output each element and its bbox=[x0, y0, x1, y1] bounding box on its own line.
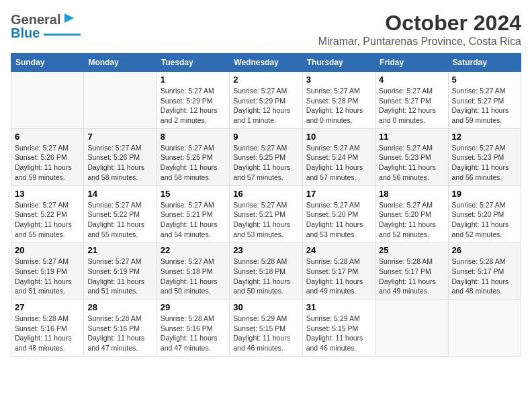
table-row: 18 Sunrise: 5:27 AMSunset: 5:20 PMDaylig… bbox=[375, 185, 448, 242]
logo: General Blue bbox=[11, 11, 81, 41]
day-info: Sunrise: 5:27 AMSunset: 5:21 PMDaylight:… bbox=[161, 201, 218, 238]
col-saturday: Saturday bbox=[448, 54, 521, 72]
table-row: 19 Sunrise: 5:27 AMSunset: 5:20 PMDaylig… bbox=[448, 185, 521, 242]
table-row: 9 Sunrise: 5:27 AMSunset: 5:25 PMDayligh… bbox=[230, 128, 302, 185]
table-row: 4 Sunrise: 5:27 AMSunset: 5:27 PMDayligh… bbox=[375, 72, 448, 129]
day-number: 30 bbox=[233, 302, 298, 312]
day-number: 25 bbox=[379, 245, 444, 255]
day-number: 23 bbox=[233, 245, 298, 255]
calendar-week-row: 20 Sunrise: 5:27 AMSunset: 5:19 PMDaylig… bbox=[11, 242, 521, 300]
day-number: 6 bbox=[15, 132, 80, 142]
day-info: Sunrise: 5:27 AMSunset: 5:26 PMDaylight:… bbox=[15, 144, 72, 181]
day-number: 11 bbox=[379, 132, 444, 142]
day-info: Sunrise: 5:27 AMSunset: 5:20 PMDaylight:… bbox=[306, 201, 363, 238]
day-number: 18 bbox=[379, 189, 444, 199]
table-row: 14 Sunrise: 5:27 AMSunset: 5:22 PMDaylig… bbox=[84, 185, 157, 242]
calendar-week-row: 1 Sunrise: 5:27 AMSunset: 5:29 PMDayligh… bbox=[11, 72, 521, 129]
table-row: 24 Sunrise: 5:28 AMSunset: 5:17 PMDaylig… bbox=[302, 242, 375, 300]
day-number: 13 bbox=[15, 189, 80, 199]
day-info: Sunrise: 5:27 AMSunset: 5:29 PMDaylight:… bbox=[161, 87, 218, 124]
calendar-table: Sunday Monday Tuesday Wednesday Thursday… bbox=[11, 53, 521, 357]
day-info: Sunrise: 5:27 AMSunset: 5:21 PMDaylight:… bbox=[233, 201, 290, 238]
day-number: 7 bbox=[87, 132, 152, 142]
day-info: Sunrise: 5:27 AMSunset: 5:18 PMDaylight:… bbox=[161, 257, 218, 295]
table-row: 26 Sunrise: 5:28 AMSunset: 5:17 PMDaylig… bbox=[448, 242, 521, 300]
day-number: 20 bbox=[15, 245, 80, 255]
day-info: Sunrise: 5:27 AMSunset: 5:28 PMDaylight:… bbox=[306, 87, 363, 124]
day-info: Sunrise: 5:27 AMSunset: 5:22 PMDaylight:… bbox=[15, 201, 72, 238]
logo-underline bbox=[44, 34, 81, 36]
title-block: October 2024 Miramar, Puntarenas Provinc… bbox=[318, 11, 521, 48]
day-number: 3 bbox=[306, 75, 371, 85]
day-info: Sunrise: 5:28 AMSunset: 5:16 PMDaylight:… bbox=[87, 314, 144, 352]
day-number: 8 bbox=[161, 132, 226, 142]
table-row: 28 Sunrise: 5:28 AMSunset: 5:16 PMDaylig… bbox=[84, 300, 157, 357]
table-row: 25 Sunrise: 5:28 AMSunset: 5:17 PMDaylig… bbox=[375, 242, 448, 300]
logo-blue: Blue bbox=[11, 26, 40, 41]
col-friday: Friday bbox=[375, 54, 448, 72]
table-row: 23 Sunrise: 5:28 AMSunset: 5:18 PMDaylig… bbox=[230, 242, 302, 300]
table-row: 5 Sunrise: 5:27 AMSunset: 5:27 PMDayligh… bbox=[448, 72, 521, 129]
table-row: 30 Sunrise: 5:29 AMSunset: 5:15 PMDaylig… bbox=[230, 300, 302, 357]
table-row: 21 Sunrise: 5:27 AMSunset: 5:19 PMDaylig… bbox=[84, 242, 157, 300]
day-info: Sunrise: 5:28 AMSunset: 5:17 PMDaylight:… bbox=[379, 257, 436, 295]
day-number: 28 bbox=[87, 302, 152, 312]
col-thursday: Thursday bbox=[302, 54, 375, 72]
table-row: 12 Sunrise: 5:27 AMSunset: 5:23 PMDaylig… bbox=[448, 128, 521, 185]
table-row: 1 Sunrise: 5:27 AMSunset: 5:29 PMDayligh… bbox=[157, 72, 229, 129]
day-info: Sunrise: 5:28 AMSunset: 5:17 PMDaylight:… bbox=[452, 257, 509, 295]
day-number: 12 bbox=[452, 132, 517, 142]
day-number: 19 bbox=[452, 189, 517, 199]
day-info: Sunrise: 5:27 AMSunset: 5:22 PMDaylight:… bbox=[87, 201, 144, 238]
day-info: Sunrise: 5:27 AMSunset: 5:19 PMDaylight:… bbox=[15, 257, 72, 295]
day-number: 21 bbox=[87, 245, 152, 255]
day-number: 29 bbox=[161, 302, 226, 312]
table-row: 10 Sunrise: 5:27 AMSunset: 5:24 PMDaylig… bbox=[302, 128, 375, 185]
table-row bbox=[11, 72, 84, 129]
calendar-week-row: 6 Sunrise: 5:27 AMSunset: 5:26 PMDayligh… bbox=[11, 128, 521, 185]
day-number: 14 bbox=[87, 189, 152, 199]
day-number: 15 bbox=[161, 189, 226, 199]
day-number: 4 bbox=[379, 75, 444, 85]
table-row: 3 Sunrise: 5:27 AMSunset: 5:28 PMDayligh… bbox=[302, 72, 375, 129]
day-info: Sunrise: 5:27 AMSunset: 5:24 PMDaylight:… bbox=[306, 144, 363, 181]
day-info: Sunrise: 5:28 AMSunset: 5:16 PMDaylight:… bbox=[161, 314, 218, 352]
calendar-week-row: 13 Sunrise: 5:27 AMSunset: 5:22 PMDaylig… bbox=[11, 185, 521, 242]
day-number: 16 bbox=[233, 189, 298, 199]
table-row: 29 Sunrise: 5:28 AMSunset: 5:16 PMDaylig… bbox=[157, 300, 229, 357]
table-row: 31 Sunrise: 5:29 AMSunset: 5:15 PMDaylig… bbox=[302, 300, 375, 357]
day-info: Sunrise: 5:28 AMSunset: 5:18 PMDaylight:… bbox=[233, 257, 290, 295]
day-info: Sunrise: 5:27 AMSunset: 5:25 PMDaylight:… bbox=[233, 144, 290, 181]
table-row: 11 Sunrise: 5:27 AMSunset: 5:23 PMDaylig… bbox=[375, 128, 448, 185]
day-number: 17 bbox=[306, 189, 371, 199]
col-wednesday: Wednesday bbox=[230, 54, 302, 72]
logo-arrow-icon bbox=[62, 11, 77, 26]
day-info: Sunrise: 5:27 AMSunset: 5:23 PMDaylight:… bbox=[379, 144, 436, 181]
day-info: Sunrise: 5:27 AMSunset: 5:23 PMDaylight:… bbox=[452, 144, 509, 181]
calendar-header-row: Sunday Monday Tuesday Wednesday Thursday… bbox=[11, 54, 521, 72]
page-subtitle: Miramar, Puntarenas Province, Costa Rica bbox=[318, 36, 521, 48]
day-number: 26 bbox=[452, 245, 517, 255]
day-number: 5 bbox=[452, 75, 517, 85]
col-sunday: Sunday bbox=[11, 54, 84, 72]
day-number: 31 bbox=[306, 302, 371, 312]
svg-marker-0 bbox=[64, 13, 74, 23]
page-title: October 2024 bbox=[318, 11, 521, 36]
day-info: Sunrise: 5:27 AMSunset: 5:26 PMDaylight:… bbox=[87, 144, 144, 181]
table-row: 16 Sunrise: 5:27 AMSunset: 5:21 PMDaylig… bbox=[230, 185, 302, 242]
table-row: 6 Sunrise: 5:27 AMSunset: 5:26 PMDayligh… bbox=[11, 128, 84, 185]
day-info: Sunrise: 5:27 AMSunset: 5:27 PMDaylight:… bbox=[379, 87, 436, 124]
day-info: Sunrise: 5:27 AMSunset: 5:19 PMDaylight:… bbox=[87, 257, 144, 295]
day-info: Sunrise: 5:27 AMSunset: 5:29 PMDaylight:… bbox=[233, 87, 290, 124]
table-row: 7 Sunrise: 5:27 AMSunset: 5:26 PMDayligh… bbox=[84, 128, 157, 185]
day-info: Sunrise: 5:29 AMSunset: 5:15 PMDaylight:… bbox=[233, 314, 290, 352]
page-header: General Blue October 2024 Miramar, Punta… bbox=[11, 11, 521, 48]
day-number: 2 bbox=[233, 75, 298, 85]
day-info: Sunrise: 5:28 AMSunset: 5:17 PMDaylight:… bbox=[306, 257, 363, 295]
day-number: 27 bbox=[15, 302, 80, 312]
day-info: Sunrise: 5:27 AMSunset: 5:25 PMDaylight:… bbox=[161, 144, 218, 181]
day-info: Sunrise: 5:27 AMSunset: 5:20 PMDaylight:… bbox=[452, 201, 509, 238]
day-number: 24 bbox=[306, 245, 371, 255]
table-row: 15 Sunrise: 5:27 AMSunset: 5:21 PMDaylig… bbox=[157, 185, 229, 242]
col-tuesday: Tuesday bbox=[157, 54, 229, 72]
